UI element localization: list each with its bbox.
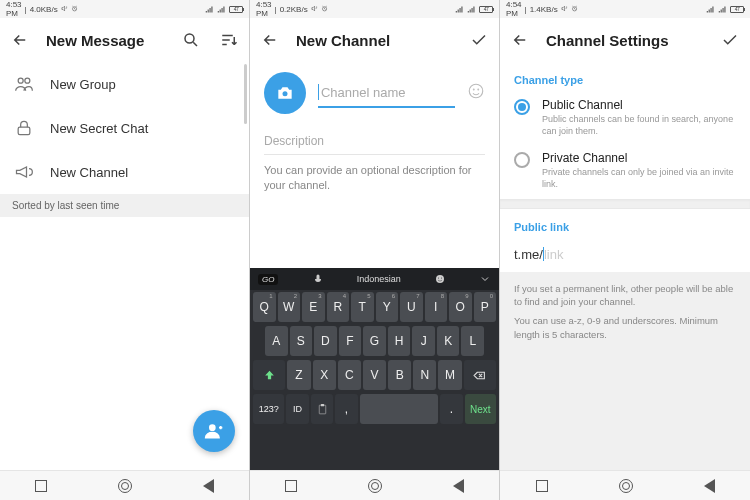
nav-bar [250,470,499,500]
key-clipboard[interactable] [311,394,333,424]
signal-icon [205,5,214,14]
key-s[interactable]: S [290,326,313,356]
app-bar: Channel Settings [500,18,750,62]
key-symbols[interactable]: 123? [253,394,284,424]
svg-point-3 [25,78,30,83]
key-m[interactable]: M [438,360,461,390]
radio-private-channel[interactable]: Private Channel Private channels can onl… [500,145,750,198]
key-f[interactable]: F [339,326,362,356]
description-input[interactable]: Description [264,134,485,155]
svg-rect-15 [319,405,326,414]
key-x[interactable]: X [313,360,336,390]
svg-point-10 [478,89,479,90]
back-button[interactable] [8,28,32,52]
menu-new-group[interactable]: New Group [0,62,249,106]
svg-point-12 [436,275,444,283]
confirm-button[interactable] [467,28,491,52]
channel-photo-button[interactable] [264,72,306,114]
channel-name-field[interactable] [321,85,455,100]
description-hint: You can provide an optional description … [264,163,485,194]
status-bar: 4:53 PM | 0.2KB/s 47 [250,0,499,18]
link-placeholder: link [544,247,564,262]
app-bar: New Channel [250,18,499,62]
mic-icon[interactable] [312,273,324,285]
key-v[interactable]: V [363,360,386,390]
key-t[interactable]: 5T [351,292,374,322]
key-next[interactable]: Next [465,394,496,424]
emoji-key-icon[interactable] [434,273,446,285]
key-n[interactable]: N [413,360,436,390]
search-button[interactable] [179,28,203,52]
emoji-button[interactable] [467,82,485,104]
nav-back[interactable] [203,479,214,493]
status-time: 4:54 PM [506,0,522,18]
nav-home[interactable] [118,479,132,493]
alarm-icon [321,5,328,12]
nav-back[interactable] [704,479,715,493]
key-e[interactable]: 3E [302,292,325,322]
key-shift[interactable] [253,360,285,390]
nav-back[interactable] [453,479,464,493]
screen-new-message: 4:53 PM | 4.0KB/s 47 New Message [0,0,250,500]
public-link-input[interactable]: t.me/link [500,239,750,272]
channel-name-input[interactable] [318,78,455,108]
key-j[interactable]: J [412,326,435,356]
nav-recents[interactable] [35,480,47,492]
key-d[interactable]: D [314,326,337,356]
no-sound-icon [61,5,68,12]
nav-home[interactable] [368,479,382,493]
nav-bar [500,470,750,500]
menu-new-channel[interactable]: New Channel [0,150,249,194]
key-c[interactable]: C [338,360,361,390]
key-y[interactable]: 6Y [376,292,399,322]
status-time: 4:53 PM [256,0,272,18]
key-i[interactable]: 8I [425,292,448,322]
key-l[interactable]: L [461,326,484,356]
nav-home[interactable] [619,479,633,493]
keyboard[interactable]: GO Indonesian 1Q2W3E4R5T6Y7U8I9O0P ASDFG… [250,268,499,470]
page-title: Channel Settings [546,32,669,49]
key-o[interactable]: 9O [449,292,472,322]
key-backspace[interactable] [464,360,496,390]
keyboard-lang[interactable]: Indonesian [357,274,401,284]
scrollbar[interactable] [244,64,247,124]
key-h[interactable]: H [388,326,411,356]
key-period[interactable]: . [440,394,462,424]
status-bar: 4:54 PM | 1.4KB/s 47 [500,0,750,18]
nav-recents[interactable] [285,480,297,492]
back-button[interactable] [508,28,532,52]
key-lang[interactable]: ID [286,394,308,424]
confirm-button[interactable] [718,28,742,52]
channel-type-header: Channel type [500,62,750,92]
battery-icon: 47 [730,6,744,13]
info-text-1: If you set a permanent link, other peopl… [514,282,736,309]
svg-rect-4 [18,127,30,135]
svg-point-14 [441,278,442,279]
key-q[interactable]: 1Q [253,292,276,322]
link-prefix: t.me/ [514,247,543,262]
key-space[interactable] [360,394,439,424]
key-a[interactable]: A [265,326,288,356]
keyboard-go-badge[interactable]: GO [258,274,278,285]
status-net: 1.4KB/s [530,5,558,14]
alarm-icon [71,5,78,12]
chevron-down-icon[interactable] [479,273,491,285]
key-g[interactable]: G [363,326,386,356]
person-add-icon [204,421,224,441]
key-k[interactable]: K [437,326,460,356]
key-b[interactable]: B [388,360,411,390]
back-button[interactable] [258,28,282,52]
key-p[interactable]: 0P [474,292,497,322]
key-u[interactable]: 7U [400,292,423,322]
key-w[interactable]: 2W [278,292,301,322]
key-r[interactable]: 4R [327,292,350,322]
radio-public-channel[interactable]: Public Channel Public channels can be fo… [500,92,750,145]
nav-recents[interactable] [536,480,548,492]
menu-secret-chat[interactable]: New Secret Chat [0,106,249,150]
key-comma[interactable]: , [335,394,357,424]
fab-new-contact[interactable] [193,410,235,452]
sort-button[interactable] [217,28,241,52]
key-z[interactable]: Z [287,360,310,390]
battery-icon: 47 [479,6,493,13]
svg-point-9 [473,89,474,90]
